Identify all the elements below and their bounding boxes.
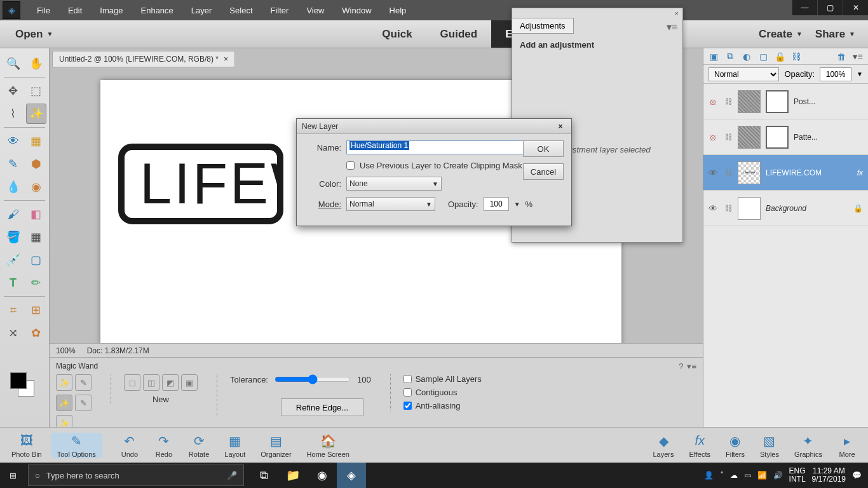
layers-button[interactable]: ◆Layers: [647, 433, 681, 458]
sample-all-layers-check[interactable]: Sample All Layers: [403, 374, 482, 384]
create-button[interactable]: Create▼: [759, 28, 803, 41]
wand-mode-4[interactable]: ✎: [75, 395, 92, 411]
home-screen-button[interactable]: 🏠Home Screen: [301, 433, 356, 458]
panel-menu-icon[interactable]: ▾≡: [661, 18, 682, 36]
eyedropper-tool[interactable]: 💉: [3, 250, 24, 270]
pencil-tool[interactable]: ✏: [26, 273, 46, 293]
gradient-tool[interactable]: ▦: [26, 227, 46, 247]
open-button[interactable]: Open▼: [5, 28, 63, 41]
sel-intersect[interactable]: ▣: [181, 374, 198, 391]
link-icon[interactable]: ⛓: [790, 50, 803, 63]
dialog-close-icon[interactable]: ×: [555, 121, 566, 132]
visibility-icon[interactable]: 👁: [709, 168, 720, 178]
brush-tool[interactable]: 🖌: [3, 204, 24, 224]
adjustment-icon[interactable]: ◐: [740, 50, 753, 63]
opacity-input[interactable]: [820, 67, 851, 81]
stamp-tool[interactable]: ⬢: [26, 154, 46, 174]
wifi-icon[interactable]: 📶: [757, 471, 767, 480]
cancel-button[interactable]: Cancel: [523, 163, 564, 180]
help-icon[interactable]: ?: [679, 362, 683, 371]
straighten-tool[interactable]: ⤨: [3, 323, 24, 343]
sponge-tool[interactable]: ◉: [26, 177, 46, 197]
menu-layer[interactable]: Layer: [182, 6, 221, 15]
panel-menu-icon[interactable]: ▾≡: [851, 50, 864, 63]
people-icon[interactable]: 👤: [704, 471, 714, 480]
notifications-icon[interactable]: 💬: [852, 471, 862, 480]
cookie-tool[interactable]: ✿: [26, 323, 46, 343]
chevron-down-icon[interactable]: ▼: [514, 201, 520, 208]
zoom-tool[interactable]: 🔍: [3, 53, 24, 74]
layer-row[interactable]: ⦻ ⛓ Patte...: [703, 119, 868, 155]
crop-tool[interactable]: ⌗: [3, 300, 24, 320]
taskbar-search[interactable]: ○ Type here to search 🎤: [28, 464, 244, 486]
photo-bin-button[interactable]: 🖼Photo Bin: [5, 433, 48, 458]
adjustments-tab[interactable]: Adjustments: [512, 18, 574, 34]
dialog-opacity-input[interactable]: [484, 197, 509, 211]
redo-button[interactable]: ↷Redo: [148, 433, 180, 458]
lock-icon[interactable]: 🔒: [773, 50, 786, 63]
volume-icon[interactable]: 🔊: [773, 471, 783, 480]
menu-window[interactable]: Window: [333, 6, 380, 15]
tolerance-slider[interactable]: [275, 374, 351, 384]
taskbar-kbd[interactable]: INTL: [789, 475, 806, 484]
sel-add[interactable]: ◫: [143, 374, 159, 391]
dialog-titlebar[interactable]: New Layer ×: [297, 119, 571, 134]
wand-mode-2[interactable]: ✎: [75, 374, 92, 391]
more-button[interactable]: ▸More: [831, 433, 863, 458]
rotate-button[interactable]: ⟳Rotate: [182, 433, 215, 458]
marquee-tool[interactable]: ⬚: [26, 81, 46, 101]
link-icon[interactable]: ⛓: [725, 204, 733, 213]
options-menu-icon[interactable]: ▾≡: [687, 362, 696, 371]
menu-image[interactable]: Image: [91, 6, 132, 15]
menu-view[interactable]: View: [297, 6, 333, 15]
heal-tool[interactable]: ▦: [26, 131, 46, 151]
document-tab[interactable]: Untitled-2 @ 100% (LIFEWIRE.COM, RGB/8) …: [52, 51, 235, 67]
shape-tool[interactable]: ▢: [26, 250, 46, 270]
tab-quick[interactable]: Quick: [368, 20, 426, 48]
hand-tool[interactable]: ✋: [26, 53, 46, 74]
effects-button[interactable]: fxEffects: [683, 433, 717, 458]
graphics-button[interactable]: ✦Graphics: [788, 433, 829, 458]
blend-mode-select[interactable]: Normal: [709, 67, 779, 81]
recompose-tool[interactable]: ⊞: [26, 300, 46, 320]
antialiasing-check[interactable]: Anti-aliasing: [403, 401, 482, 410]
start-button[interactable]: ⊞: [0, 463, 25, 488]
new-layer-icon[interactable]: ▣: [707, 50, 720, 63]
type-tool[interactable]: T: [3, 273, 24, 293]
foreground-color-swatch[interactable]: [10, 372, 27, 389]
organizer-button[interactable]: ▤Organizer: [254, 433, 297, 458]
magic-wand-tool[interactable]: ✨: [26, 104, 46, 124]
menu-filter[interactable]: Filter: [262, 6, 298, 15]
battery-icon[interactable]: ▭: [744, 471, 751, 480]
link-icon[interactable]: ⛓: [725, 97, 733, 106]
wand-mode-3[interactable]: ✨: [56, 395, 72, 411]
fill-tool[interactable]: 🪣: [3, 227, 24, 247]
menu-file[interactable]: File: [28, 6, 59, 15]
visibility-icon[interactable]: 👁: [709, 203, 720, 214]
layer-row[interactable]: 👁 ⛓ Background 🔒: [703, 191, 868, 226]
chrome-icon[interactable]: ◉: [308, 463, 337, 488]
blur-tool[interactable]: 💧: [3, 177, 24, 197]
link-icon[interactable]: ⛓: [725, 168, 733, 177]
menu-help[interactable]: Help: [381, 6, 416, 15]
sel-new[interactable]: ◻: [124, 374, 140, 391]
clipping-mask-check[interactable]: [346, 161, 355, 170]
onedrive-icon[interactable]: ☁: [730, 471, 738, 480]
explorer-icon[interactable]: 📁: [278, 463, 308, 488]
contiguous-check[interactable]: Contiguous: [403, 388, 482, 397]
layout-button[interactable]: ▦Layout: [218, 433, 252, 458]
refine-edge-button[interactable]: Refine Edge...: [281, 398, 363, 416]
styles-button[interactable]: ▧Styles: [754, 433, 785, 458]
menu-edit[interactable]: Edit: [59, 6, 91, 15]
minimize-button[interactable]: —: [792, 0, 817, 15]
layer-row[interactable]: ⦻ ⛓ Post...: [703, 84, 868, 119]
tray-up-icon[interactable]: ˄: [720, 471, 724, 480]
task-view-icon[interactable]: ⧉: [249, 463, 278, 488]
undo-button[interactable]: ↶Undo: [114, 433, 146, 458]
mic-icon[interactable]: 🎤: [227, 471, 237, 480]
mode-select[interactable]: Normal▼: [346, 197, 435, 211]
maximize-button[interactable]: ▢: [817, 0, 843, 15]
panel-close-icon[interactable]: ×: [675, 10, 679, 17]
wand-mode-1[interactable]: ✨: [56, 374, 72, 391]
eraser-tool[interactable]: ◧: [26, 204, 46, 224]
